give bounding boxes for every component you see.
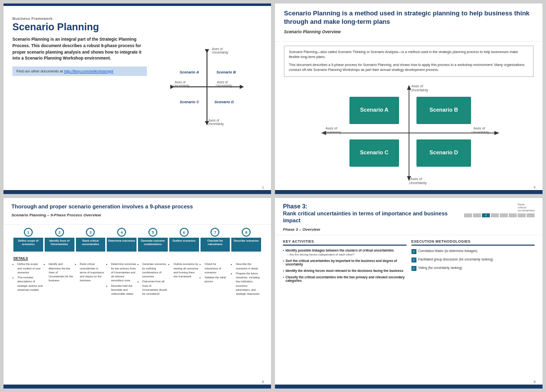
svg-text:Uncertainty: Uncertainty <box>216 84 233 88</box>
phase-circle-6: 6 <box>180 228 189 237</box>
svg-text:Scenario C: Scenario C <box>180 100 200 104</box>
slide2-para1: Scenario Planning—also called Scenario T… <box>289 50 529 60</box>
svg-text:Axes of: Axes of <box>212 47 223 51</box>
slide4-phase-label: Phase 3: <box>283 203 459 210</box>
slide2-title: Scenario Planning is a method used in st… <box>284 9 534 26</box>
slide2-axes-diagram: Axes of Uncertainty Axes of Uncertainty … <box>315 81 503 185</box>
svg-text:Scenario B: Scenario B <box>216 70 236 74</box>
details-title: DETAILS <box>13 257 261 260</box>
slide3-details: DETAILS Define the scope and content of … <box>8 255 266 304</box>
phase-circle-7: 7 <box>210 228 219 237</box>
exec-method-1: Correlation Matrix (to determine linkage… <box>411 249 535 254</box>
slide4-right: EXECUTION METHODOLOGIES Correlation Matr… <box>411 239 535 285</box>
pt-2 <box>473 213 481 217</box>
detail-col-3: Rank critical uncertainties in terms of … <box>76 262 105 297</box>
detail-col-2: Identify and determine the key Axes of U… <box>45 262 74 297</box>
key-activity-3: Identify the driving forces most relevan… <box>283 269 407 272</box>
slide1-link[interactable]: http://flevy.com/seller/learnppt <box>64 69 113 73</box>
slide1-link-bar: Find our other documents at http://flevy… <box>12 66 147 76</box>
ka4-main: Classify the critical uncertainties into… <box>283 275 407 282</box>
phase-circle-1: 1 <box>24 228 33 237</box>
ka1-sub1: Are the driving forces independent of ea… <box>287 253 407 256</box>
key-activities-title: KEY ACTIVITIES <box>283 239 407 246</box>
pt-6 <box>509 213 517 217</box>
phase-circle-8: 8 <box>242 228 251 237</box>
phases-row: 1 Define scope of scenarios 2 Identify A… <box>8 228 266 252</box>
phase-box-4: Determine outcomes <box>107 238 136 252</box>
slide4-body: KEY ACTIVITIES Identify possible linkage… <box>275 235 543 292</box>
slide4-num: 9 <box>534 380 536 384</box>
key-activity-4: Classify the critical uncertainties into… <box>283 275 407 282</box>
slide1-desc: Scenario Planning is an integral part of… <box>12 36 147 62</box>
slide2-para2: This document describes a 9-phase proces… <box>289 63 529 73</box>
svg-text:Axes of: Axes of <box>175 80 186 84</box>
detail-col-6: Outline scenarios by naming all scenario… <box>169 262 199 297</box>
phase-item-5: 5 Generate outcome combinations <box>138 228 168 252</box>
svg-text:Scenario D: Scenario D <box>429 149 458 155</box>
ka2-main: Sort the critical uncertainties by impor… <box>283 259 407 266</box>
checkbox-2 <box>411 258 416 262</box>
svg-text:Scenario B: Scenario B <box>429 107 458 113</box>
svg-text:Scenario A: Scenario A <box>180 70 199 74</box>
slide3-section-title: Scenario Planning – 9-Phase Process Over… <box>11 213 263 217</box>
svg-text:Scenario C: Scenario C <box>360 149 389 155</box>
phase-circle-4: 4 <box>117 228 126 237</box>
svg-text:Axes of: Axes of <box>217 80 228 84</box>
phase-item-2: 2 Identify Axes of Uncertainties <box>45 228 74 252</box>
key-activity-1: Identify possible linkages between the c… <box>283 249 407 256</box>
svg-text:Uncertainty: Uncertainty <box>212 51 229 55</box>
pt-8 <box>527 213 535 217</box>
svg-text:Uncertainty: Uncertainty <box>472 131 489 134</box>
detail-col-5: Generate scenarios by outlining combinat… <box>138 262 168 297</box>
slide1-tag: Business Framework <box>12 16 262 21</box>
svg-text:Scenario D: Scenario D <box>214 100 234 104</box>
key-activity-2: Sort the critical uncertainties by impor… <box>283 259 407 266</box>
pt-7 <box>518 213 526 217</box>
ka3-main: Identify the driving forces most relevan… <box>283 269 407 272</box>
pt-5 <box>500 213 508 217</box>
svg-text:Uncertainty: Uncertainty <box>173 84 190 88</box>
pt-1 <box>464 213 472 217</box>
phase-box-2: Identify Axes of Uncertainties <box>45 238 74 252</box>
slide3-title: Thorough and proper scenario generation … <box>11 203 263 210</box>
svg-text:Axes of: Axes of <box>474 127 485 130</box>
svg-marker-20 <box>494 131 499 135</box>
phase-item-7: 7 Checked for robustness <box>201 228 230 252</box>
phase-circle-3: 3 <box>86 228 95 237</box>
exec-label-2: Facilitated group discussion (for uncert… <box>418 257 493 261</box>
detail-col-1: Define the scope and content of your sce… <box>13 262 43 297</box>
phase-box-6: Outline scenarios <box>169 238 199 252</box>
exec-label-3: Voting (for uncertainty ranking) <box>418 265 463 270</box>
detail-col-4: Determine outcomes for two primary Axes … <box>107 262 136 297</box>
checkbox-1 <box>411 249 416 254</box>
exec-label-1: Correlation Matrix (to determine linkage… <box>418 249 478 253</box>
phase-item-4: 4 Determine outcomes <box>107 228 136 252</box>
svg-text:Axes of: Axes of <box>410 177 422 181</box>
svg-text:Scenario A: Scenario A <box>360 107 388 113</box>
pt-3: 3 <box>482 213 490 217</box>
phase-box-8: Describe scenarios <box>231 238 261 252</box>
slide-1: Business Framework Scenario Planning Sce… <box>3 3 272 195</box>
phase-tracker: 3 <box>464 213 535 217</box>
detail-col-7: Check for robustness of scenarios Valida… <box>201 262 230 297</box>
slide-3: Thorough and proper scenario generation … <box>3 197 272 389</box>
svg-text:Uncertainty: Uncertainty <box>409 181 427 185</box>
svg-text:Uncertainty: Uncertainty <box>207 122 224 126</box>
slide2-section-title: Scenario Planning Overview <box>284 29 534 34</box>
slide2-num: 4 <box>534 186 536 189</box>
top-bar <box>3 3 271 6</box>
svg-text:Uncertainty: Uncertainty <box>410 88 428 92</box>
phase-circle-2: 2 <box>55 228 64 237</box>
details-grid: Define the scope and content of your sce… <box>13 262 261 297</box>
pt-4 <box>491 213 499 217</box>
slide1-axes-diagram: Axes of Uncertainty Axes of Uncertainty … <box>165 41 249 131</box>
svg-text:Axes of: Axes of <box>326 127 337 130</box>
phase-item-3: 3 Rank critical uncertainties <box>76 228 106 252</box>
slide4-phase-subtitle: Rank critical uncertainties in terms of … <box>283 210 459 224</box>
exec-method-2: Facilitated group discussion (for uncert… <box>411 257 535 262</box>
phase-item-6: 6 Outline scenarios <box>169 228 199 252</box>
slide1-num: 1 <box>262 186 264 189</box>
exec-method-3: Voting (for uncertainty ranking) <box>411 265 535 271</box>
phase-item-8: 8 Describe scenarios <box>231 228 261 252</box>
exec-methods-title: EXECUTION METHODOLOGIES <box>411 239 535 246</box>
